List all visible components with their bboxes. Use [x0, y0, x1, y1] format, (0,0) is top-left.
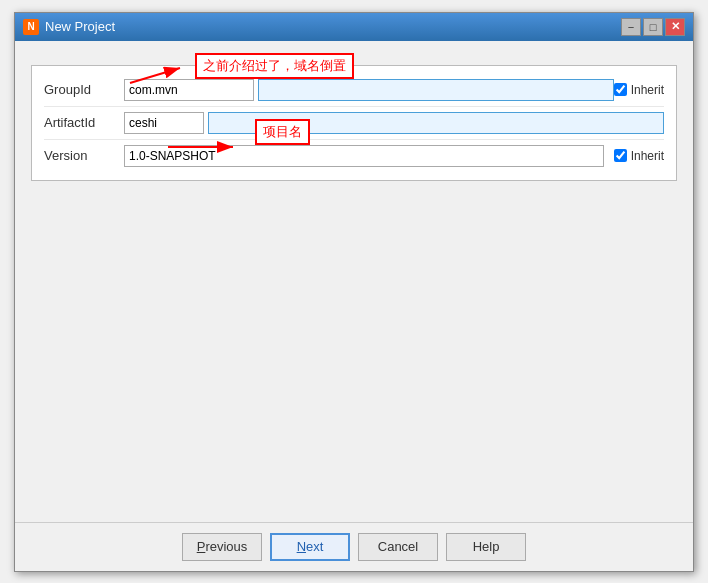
close-button[interactable]: ✕	[665, 18, 685, 36]
button-bar: PPrevious revious Next Cancel Help	[15, 522, 693, 571]
groupid-inputs	[124, 79, 614, 101]
version-row: Version Inherit	[44, 140, 664, 172]
groupid-input[interactable]	[124, 79, 254, 101]
annotation-top: 之前介绍过了，域名倒置	[195, 53, 354, 79]
content-area: 之前介绍过了，域名倒置 GroupId Inheri	[15, 41, 693, 522]
version-label: Version	[44, 148, 124, 163]
previous-underline: P	[197, 539, 206, 554]
form-section: GroupId Inherit ArtifactId	[31, 65, 677, 181]
groupid-row: GroupId Inherit	[44, 74, 664, 107]
artifactid-inputs	[124, 112, 664, 134]
artifactid-label: ArtifactId	[44, 115, 124, 130]
groupid-label: GroupId	[44, 82, 124, 97]
previous-button[interactable]: PPrevious revious	[182, 533, 262, 561]
maximize-button[interactable]: □	[643, 18, 663, 36]
help-label: Help	[473, 539, 500, 554]
groupid-inherit-checkbox[interactable]	[614, 83, 627, 96]
artifactid-row: ArtifactId	[44, 107, 664, 140]
next-button[interactable]: Next	[270, 533, 350, 561]
artifactid-input[interactable]	[124, 112, 204, 134]
groupid-inherit-label: Inherit	[631, 83, 664, 97]
title-bar: N New Project − □ ✕	[15, 13, 693, 41]
window-icon: N	[23, 19, 39, 35]
minimize-button[interactable]: −	[621, 18, 641, 36]
version-inherit-checkbox[interactable]	[614, 149, 627, 162]
cancel-label: Cancel	[378, 539, 418, 554]
help-button[interactable]: Help	[446, 533, 526, 561]
version-input[interactable]	[124, 145, 604, 167]
groupid-inherit: Inherit	[614, 83, 664, 97]
new-project-window: N New Project − □ ✕ 之前介绍过了，域名倒置	[14, 12, 694, 572]
window-controls: − □ ✕	[621, 18, 685, 36]
annotation-middle: 项目名	[255, 119, 310, 145]
version-inherit: Inherit	[614, 149, 664, 163]
version-inherit-label: Inherit	[631, 149, 664, 163]
groupid-extra-input[interactable]	[258, 79, 614, 101]
cancel-button[interactable]: Cancel	[358, 533, 438, 561]
window-title: New Project	[45, 19, 621, 34]
next-underline: N	[297, 539, 306, 554]
